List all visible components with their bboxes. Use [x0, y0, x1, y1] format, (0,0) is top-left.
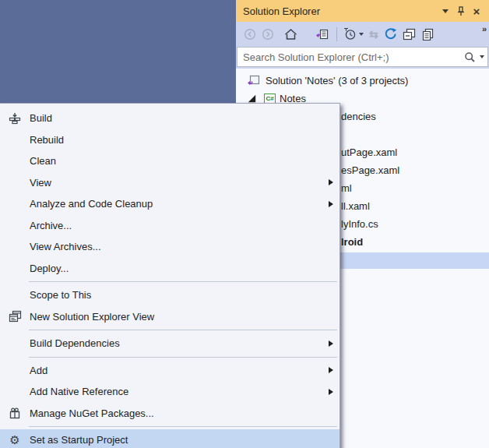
- menu-item-view[interactable]: View: [0, 172, 339, 194]
- build-icon: [9, 112, 21, 125]
- menu-separator: [29, 281, 337, 282]
- chevron-down-icon[interactable]: [480, 55, 484, 58]
- chevron-down-icon: [442, 9, 449, 13]
- collapse-all-button[interactable]: [401, 26, 417, 43]
- close-button[interactable]: ×: [469, 3, 484, 19]
- tree-row-assemblyinfo[interactable]: lyInfo.cs: [341, 216, 378, 233]
- tree-row-aboutpage[interactable]: utPage.xaml: [341, 144, 397, 161]
- menu-item-view-archives[interactable]: View Archives...: [0, 236, 339, 258]
- visual-studio-screen: Solution Explorer ×: [0, 0, 489, 448]
- panel-title: Solution Explorer: [243, 5, 438, 17]
- submenu-arrow-icon: [329, 340, 333, 347]
- menu-separator: [29, 426, 337, 427]
- gear-icon: ⚙: [9, 434, 19, 446]
- submenu-arrow-icon: [329, 367, 333, 373]
- menu-item-build-dependencies[interactable]: Build Dependencies: [0, 333, 339, 355]
- project-context-menu: Build Rebuild Clean View Analyze and Cod…: [0, 103, 340, 448]
- back-icon: [244, 28, 256, 41]
- timeline-filter-button[interactable]: [341, 26, 365, 43]
- forward-icon: [262, 28, 274, 41]
- menu-item-rebuild[interactable]: Rebuild: [0, 129, 339, 151]
- expanded-node-icon[interactable]: [248, 94, 256, 103]
- menu-item-add-native-reference[interactable]: Add Native Reference: [0, 381, 339, 403]
- menu-item-build[interactable]: Build: [0, 108, 339, 129]
- menu-separator: [29, 357, 337, 358]
- preview-selected-items-button[interactable]: [420, 26, 436, 43]
- menu-item-manage-nuget-packages[interactable]: Manage NuGet Packages...: [0, 403, 339, 425]
- search-row: [236, 46, 489, 69]
- preview-selected-items-icon: [421, 28, 434, 41]
- collapse-all-icon: [403, 28, 416, 41]
- menu-item-set-as-startup-project[interactable]: ⚙ Set as Startup Project: [0, 429, 339, 448]
- menu-item-add[interactable]: Add: [0, 360, 339, 382]
- pin-icon: [456, 5, 466, 16]
- tree-row-app-xaml[interactable]: ml: [341, 180, 352, 197]
- overflow-chevron-icon: »: [482, 24, 486, 34]
- timeline-filter-icon: [343, 27, 357, 41]
- tree-row-android-project[interactable]: lroid: [341, 234, 363, 251]
- tree-row-notespage[interactable]: esPage.xaml: [341, 162, 399, 179]
- solution-icon: [247, 74, 261, 86]
- refresh-button[interactable]: [382, 26, 399, 43]
- tree-row-dependencies[interactable]: dencies: [341, 108, 376, 125]
- toolbar-separator: [336, 27, 337, 41]
- back-button[interactable]: [242, 26, 258, 43]
- window-position-button[interactable]: [438, 3, 453, 19]
- home-button[interactable]: [283, 26, 299, 43]
- menu-item-scope-to-this[interactable]: Scope to This: [0, 284, 339, 306]
- close-icon: ×: [473, 5, 480, 17]
- tree-row-appshell-xaml[interactable]: ll.xaml: [341, 198, 370, 215]
- new-solution-explorer-view-icon: [9, 310, 22, 323]
- submenu-arrow-icon: [329, 179, 333, 185]
- search-box[interactable]: [237, 47, 488, 67]
- menu-item-analyze-and-code-cleanup[interactable]: Analyze and Code Cleanup: [0, 193, 339, 215]
- solution-label: Solution 'Notes' (3 of 3 projects): [266, 75, 408, 86]
- search-input[interactable]: [243, 51, 464, 63]
- sync-with-active-document-button[interactable]: [314, 26, 330, 43]
- switch-views-icon: ⇆: [369, 29, 378, 40]
- forward-button[interactable]: [260, 26, 276, 43]
- refresh-icon: [384, 27, 397, 41]
- menu-item-archive[interactable]: Archive...: [0, 215, 339, 237]
- switch-views-button[interactable]: ⇆: [368, 26, 380, 43]
- toolbar-overflow-button[interactable]: »: [482, 24, 486, 34]
- chevron-down-icon: [359, 33, 364, 36]
- tree-row-solution[interactable]: Solution 'Notes' (3 of 3 projects): [236, 72, 489, 89]
- menu-separator: [29, 330, 337, 330]
- submenu-arrow-icon: [329, 389, 333, 395]
- home-icon: [284, 28, 297, 41]
- submenu-arrow-icon: [329, 201, 333, 207]
- menu-item-new-solution-explorer-view[interactable]: New Solution Explorer View: [0, 306, 339, 328]
- csharp-project-icon: C#: [264, 93, 276, 104]
- menu-item-clean[interactable]: Clean: [0, 150, 339, 172]
- sync-with-active-document-icon: [315, 28, 329, 41]
- solution-explorer-titlebar[interactable]: Solution Explorer ×: [236, 0, 489, 22]
- pin-button[interactable]: [453, 3, 469, 19]
- menu-item-deploy[interactable]: Deploy...: [0, 258, 339, 280]
- nuget-package-icon: [9, 407, 21, 419]
- solution-explorer-toolbar: ⇆: [236, 22, 489, 46]
- search-icon[interactable]: [464, 51, 476, 63]
